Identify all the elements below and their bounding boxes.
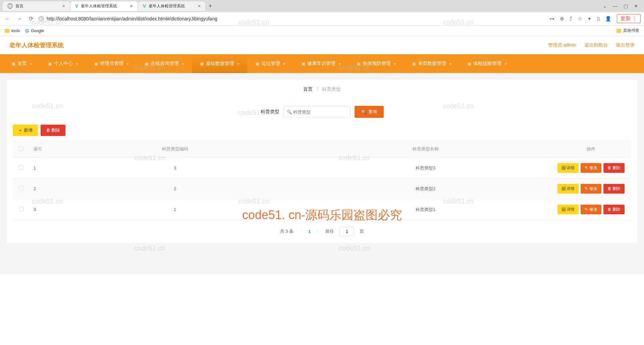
detail-button[interactable]: ▦ 详情 [557, 163, 579, 173]
search-button[interactable]: 🔍 查询 [355, 106, 384, 118]
row-delete-button[interactable]: 🗑 删除 [603, 163, 625, 173]
nav-label: 个人中心 [54, 61, 73, 67]
nav-item[interactable]: ▣体检提醒管理▾ [459, 54, 515, 73]
page-goto-input[interactable] [339, 227, 354, 236]
bookmark-other[interactable]: 其他书签 [616, 28, 639, 33]
breadcrumb-home[interactable]: 首页 [303, 86, 313, 92]
nav-label: 基础数据管理 [206, 61, 234, 67]
table-row: 3 1 科普类型1 ▦ 详情 ✎ 修改 🗑 删除 [13, 199, 631, 220]
nav-item[interactable]: ▣疾病预防管理▾ [348, 54, 404, 73]
table-row: 1 3 科普类型3 ▦ 详情 ✎ 修改 🗑 删除 [13, 158, 631, 179]
search-input[interactable] [283, 106, 351, 118]
edit-button[interactable]: ✎ 修改 [581, 184, 601, 194]
detail-button[interactable]: ▦ 详情 [557, 184, 579, 194]
nav-item[interactable]: ▣个人中心▾ [40, 54, 86, 73]
page-next-icon[interactable]: 〉 [316, 229, 320, 234]
close-window-icon[interactable]: ✕ [634, 3, 638, 9]
row-checkbox[interactable] [19, 165, 23, 170]
header-code: 科普类型编码 [50, 141, 300, 158]
to-front-button[interactable]: 退出到前台 [584, 42, 608, 48]
reload-icon[interactable]: ⟳ [28, 14, 35, 23]
row-checkbox[interactable] [19, 207, 23, 211]
cell-index: 2 [30, 179, 50, 199]
update-button[interactable]: 更新 ⋮ [617, 14, 641, 23]
extension-icon[interactable]: ✦ [587, 16, 592, 22]
folder-icon [5, 29, 9, 33]
close-icon[interactable]: × [62, 3, 65, 9]
edit-button[interactable]: ✎ 修改 [581, 163, 601, 173]
tab-title: 老年人体检管理系统 [149, 3, 185, 9]
sidepanel-icon[interactable]: ▯ [597, 16, 600, 22]
nav-item[interactable]: ▣单页数据管理▾ [404, 54, 459, 73]
delete-button[interactable]: 🗑 删除 [41, 125, 66, 136]
add-button[interactable]: ＋ 新增 [13, 125, 38, 136]
page-current[interactable]: 1 [308, 229, 311, 234]
content-panel: 首页 / 科普类型 科普类型 🔍 🔍 查询 ＋ 新增 🗑 删除 索引 科普类型编… [7, 80, 637, 243]
maximize-icon[interactable]: ▢ [624, 3, 628, 9]
admin-label[interactable]: 管理员 admin [548, 42, 576, 48]
vue-icon: V [143, 3, 146, 9]
close-icon[interactable]: × [130, 3, 133, 9]
page-prev-icon[interactable]: 〈 [299, 229, 303, 234]
chevron-down-icon[interactable]: ⌄ [603, 3, 607, 9]
nav-icon: ▣ [412, 61, 416, 66]
browser-tab-active[interactable]: V 老年人体检管理系统 × [70, 1, 138, 11]
nav-item[interactable]: ▣论坛管理▾ [247, 54, 293, 73]
chevron-down-icon: ▾ [505, 62, 506, 66]
url-box[interactable]: ⓘ http://localhost:8080/laonianrentijian… [39, 16, 545, 21]
nav-icon: ▣ [255, 61, 259, 66]
edit-button[interactable]: ✎ 修改 [581, 205, 601, 214]
nav-label: 首页 [17, 61, 27, 67]
header-name: 科普类型名称 [300, 141, 551, 158]
nav-item[interactable]: ▣健康常识管理▾ [293, 54, 348, 73]
chevron-down-icon: ▾ [76, 62, 78, 66]
nav-item[interactable]: ▣管理员管理▾ [86, 54, 137, 73]
share-icon[interactable]: ⤴ [570, 16, 572, 21]
search-input-wrap: 🔍 [283, 106, 351, 118]
nav-icon: ▣ [94, 61, 98, 66]
new-tab-button[interactable]: + [206, 1, 215, 11]
detail-button[interactable]: ▦ 详情 [557, 205, 579, 214]
logout-button[interactable]: 退出登录 [616, 42, 635, 48]
chevron-down-icon: ▾ [339, 62, 340, 66]
chevron-down-icon: ▾ [182, 62, 184, 66]
close-icon[interactable]: × [198, 3, 201, 9]
cell-name: 科普类型2 [300, 179, 551, 199]
browser-tab-home[interactable]: 首页 × [3, 1, 70, 11]
row-delete-button[interactable]: 🗑 删除 [603, 184, 625, 194]
profile-icon[interactable]: 👤 [605, 16, 611, 22]
bookmark-google[interactable]: GGoogle [25, 28, 44, 33]
cell-index: 3 [30, 199, 50, 220]
info-icon[interactable]: ⓘ [39, 16, 44, 21]
pagination: 共 3 条 〈 1 〉 前往 页 [7, 220, 637, 243]
zoom-icon[interactable]: ⊕ [560, 16, 564, 22]
nav-item[interactable]: ▣首页▾ [3, 54, 40, 73]
select-all-checkbox[interactable] [19, 146, 23, 151]
cell-code: 2 [50, 179, 300, 199]
window-controls: ⌄ — ▢ ✕ [603, 3, 641, 9]
nav-item[interactable]: ▣在线咨询管理▾ [137, 54, 192, 73]
back-icon[interactable]: ← [3, 14, 11, 23]
search-row: 科普类型 🔍 🔍 查询 [7, 99, 637, 125]
content: 首页 / 科普类型 科普类型 🔍 🔍 查询 ＋ 新增 🗑 删除 索引 科普类型编… [0, 73, 644, 274]
nav-icon: ▣ [301, 61, 305, 66]
star-icon[interactable]: ☆ [578, 16, 582, 22]
row-delete-button[interactable]: 🗑 删除 [603, 205, 625, 214]
nav-icon: ▣ [11, 61, 15, 66]
breadcrumb-current: 科普类型 [322, 86, 341, 92]
cell-code: 3 [50, 158, 300, 179]
forward-icon[interactable]: → [15, 14, 23, 23]
nav-label: 单页数据管理 [418, 61, 446, 67]
bookmark-tools[interactable]: tools [5, 28, 20, 33]
chevron-down-icon: ▾ [237, 62, 239, 66]
cell-index: 1 [30, 158, 50, 179]
minimize-icon[interactable]: — [613, 3, 618, 9]
key-icon[interactable]: ⊶ [549, 16, 554, 22]
nav-label: 体检提醒管理 [473, 61, 501, 67]
browser-tab-dup[interactable]: V 老年人体检管理系统 × [138, 1, 205, 11]
nav-item[interactable]: ▣基础数据管理▾ [192, 54, 247, 73]
nav-label: 健康常识管理 [307, 61, 335, 67]
row-checkbox[interactable] [19, 186, 23, 191]
vue-icon: V [75, 3, 78, 9]
page-suffix: 页 [360, 228, 364, 234]
